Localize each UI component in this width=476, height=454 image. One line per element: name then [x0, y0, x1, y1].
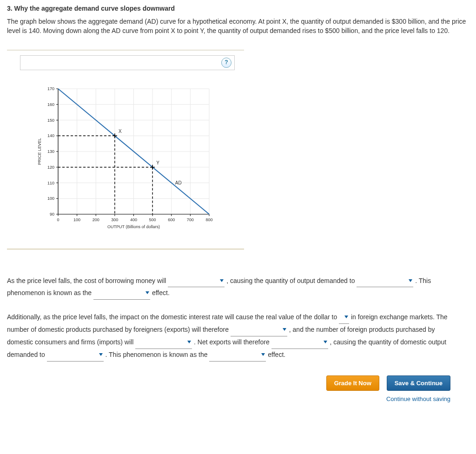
dropdown-blank[interactable] [271, 336, 328, 349]
dropdown-blank[interactable] [135, 336, 192, 349]
svg-text:800: 800 [205, 217, 212, 222]
text: As the price level falls, the cost of bo… [7, 277, 168, 284]
svg-text:PRICE LEVEL: PRICE LEVEL [37, 138, 42, 165]
chevron-down-icon [99, 353, 103, 356]
svg-text:AD: AD [175, 180, 182, 185]
svg-text:Y: Y [156, 160, 159, 165]
chevron-down-icon [409, 279, 412, 282]
graph-toolbar: ? [20, 55, 235, 70]
question-heading: 3. Why the aggregate demand curve slopes… [7, 5, 469, 12]
text: Additionally, as the price level falls, … [7, 313, 339, 321]
svg-text:600: 600 [168, 217, 175, 222]
chevron-down-icon [324, 341, 327, 343]
svg-text:300: 300 [111, 217, 118, 222]
svg-text:170: 170 [47, 86, 54, 91]
dropdown-blank[interactable] [357, 275, 413, 288]
dropdown-blank[interactable] [168, 275, 225, 288]
svg-text:500: 500 [149, 217, 156, 222]
chevron-down-icon [261, 353, 265, 356]
text: , causing the quantity of output demande… [226, 277, 357, 284]
text: . This phenomenon is known as the [106, 351, 210, 358]
svg-text:100: 100 [47, 196, 54, 201]
text: . Net exports will therefore [194, 338, 271, 346]
intro-paragraph: The graph below shows the aggregate dema… [7, 17, 469, 36]
svg-text:140: 140 [47, 133, 54, 138]
dropdown-blank[interactable] [47, 349, 104, 362]
svg-text:100: 100 [73, 217, 80, 222]
save-continue-button[interactable]: Save & Continue [387, 375, 450, 391]
chevron-down-icon [187, 341, 191, 343]
svg-text:X: X [119, 129, 122, 134]
fill-in-paragraph-2: Additionally, as the price level falls, … [7, 311, 453, 362]
help-icon[interactable]: ? [221, 58, 231, 68]
text: effect. [152, 289, 170, 296]
svg-text:150: 150 [47, 118, 54, 122]
chevron-down-icon [220, 279, 224, 282]
svg-text:110: 110 [47, 180, 54, 185]
svg-text:400: 400 [130, 217, 137, 222]
dropdown-blank[interactable] [339, 311, 349, 324]
ad-chart: 0100200300400500600700800901001101201301… [33, 79, 218, 242]
continue-without-saving-link[interactable]: Continue without saving [7, 395, 469, 402]
svg-text:120: 120 [47, 164, 54, 169]
svg-text:200: 200 [93, 217, 99, 222]
svg-text:160: 160 [47, 102, 54, 106]
dropdown-blank[interactable] [93, 287, 150, 300]
graph-section: ? 01002003004005006007008009010011012013… [7, 50, 244, 250]
svg-text:OUTPUT (Billions of dollars): OUTPUT (Billions of dollars) [107, 224, 160, 229]
text: effect. [268, 351, 285, 358]
dropdown-blank[interactable] [209, 349, 266, 362]
divider [7, 249, 244, 250]
chevron-down-icon [344, 316, 348, 318]
fill-in-paragraph-1: As the price level falls, the cost of bo… [7, 275, 453, 300]
grade-button[interactable]: Grade It Now [326, 375, 379, 391]
svg-text:0: 0 [57, 217, 59, 222]
chevron-down-icon [145, 291, 149, 294]
svg-text:130: 130 [47, 149, 54, 154]
divider [7, 50, 244, 51]
chevron-down-icon [283, 328, 286, 331]
svg-text:700: 700 [187, 217, 194, 222]
svg-text:90: 90 [50, 212, 54, 217]
dropdown-blank[interactable] [231, 324, 287, 336]
action-footer: Grade It Now Save & Continue [7, 375, 469, 391]
